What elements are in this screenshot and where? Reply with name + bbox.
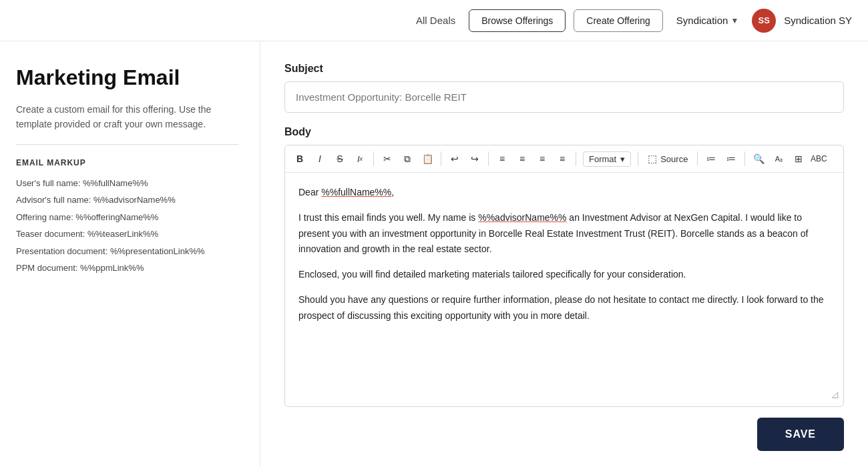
italic-button[interactable]: I — [310, 149, 329, 168]
subscript-button[interactable]: A₂ — [769, 149, 788, 168]
body-label: Body — [284, 126, 844, 138]
all-deals-link[interactable]: All Deals — [416, 15, 455, 26]
editor-content-area[interactable]: Dear %%fullName%%, I trust this email fi… — [285, 173, 843, 406]
italic-x-button[interactable]: Ix — [351, 149, 369, 168]
create-offering-button[interactable]: Create Offering — [574, 9, 662, 32]
format-dropdown[interactable]: Format ▾ — [583, 151, 631, 167]
chevron-down-icon: ▼ — [730, 16, 738, 25]
content-area: Subject Body B I S Ix ✂ ⧉ 📋 ↩ ↪ ≡ ≡ ≡ ≡ — [260, 41, 868, 467]
markup-section-title: EMAIL MARKUP — [16, 158, 238, 167]
ordered-list-button[interactable]: ≔ — [702, 149, 720, 168]
align-right-button[interactable]: ≡ — [533, 149, 552, 168]
list-item: Teaser document: %%teaserLink%% — [16, 227, 238, 241]
toolbar-separator — [576, 151, 576, 166]
list-item: PPM document: %%ppmLink%% — [16, 262, 238, 275]
list-item: User's full name: %%fullName%% — [16, 177, 238, 190]
resize-handle[interactable]: ⊿ — [831, 386, 839, 404]
toolbar-separator — [441, 151, 441, 166]
paste-button[interactable]: 📋 — [418, 149, 437, 168]
markup-list: User's full name: %%fullName%% Advisor's… — [16, 177, 238, 275]
avatar[interactable]: SS — [752, 9, 776, 33]
user-name-label: Syndication SY — [784, 15, 852, 26]
toolbar-separator — [373, 151, 374, 166]
fullname-token: %%fullName%% — [321, 187, 391, 197]
rich-text-editor: B I S Ix ✂ ⧉ 📋 ↩ ↪ ≡ ≡ ≡ ≡ Format ▾ — [284, 145, 844, 407]
list-item: Advisor's full name: %%advisorName%% — [16, 193, 238, 207]
table-button[interactable]: ⊞ — [789, 149, 808, 168]
spellcheck-button[interactable]: ABC — [809, 149, 828, 168]
align-justify-button[interactable]: ≡ — [553, 149, 572, 168]
list-item: Presentation document: %%presentationLin… — [16, 245, 238, 258]
search-button[interactable]: 🔍 — [749, 149, 768, 168]
sidebar-divider — [16, 144, 238, 145]
page-title: Marketing Email — [16, 65, 238, 90]
save-button[interactable]: SAVE — [757, 418, 844, 451]
toolbar-separator — [744, 151, 745, 166]
source-label: Source — [660, 154, 688, 164]
page-description: Create a custom email for this offering.… — [16, 102, 238, 132]
editor-paragraph-greeting: Dear %%fullName%%, — [298, 185, 830, 201]
copy-button[interactable]: ⧉ — [398, 149, 417, 168]
cut-button[interactable]: ✂ — [378, 149, 397, 168]
format-chevron-icon: ▾ — [620, 154, 625, 164]
editor-paragraph-questions: Should you have any questions or require… — [298, 292, 830, 324]
source-icon: ⬚ — [648, 153, 657, 165]
subject-input[interactable] — [284, 81, 844, 113]
unordered-list-button[interactable]: ≔ — [722, 149, 740, 168]
save-bar: SAVE — [284, 407, 844, 451]
list-item: Offering name: %%offeringName%% — [16, 211, 238, 224]
advisorname-token: %%advisorName%% — [478, 212, 566, 223]
strikethrough-button[interactable]: S — [331, 149, 349, 168]
toolbar-separator — [638, 151, 638, 166]
toolbar-separator — [488, 151, 489, 166]
editor-toolbar: B I S Ix ✂ ⧉ 📋 ↩ ↪ ≡ ≡ ≡ ≡ Format ▾ — [285, 145, 843, 173]
format-label: Format — [589, 154, 616, 164]
subject-label: Subject — [284, 63, 844, 75]
syndication-dropdown[interactable]: Syndication ▼ — [676, 15, 738, 26]
sidebar: Marketing Email Create a custom email fo… — [0, 41, 260, 467]
editor-paragraph-enclosed: Enclosed, you will find detailed marketi… — [298, 267, 830, 283]
syndication-label: Syndication — [676, 15, 728, 26]
editor-paragraph-intro: I trust this email finds you well. My na… — [298, 210, 830, 258]
undo-button[interactable]: ↩ — [445, 149, 464, 168]
align-center-button[interactable]: ≡ — [513, 149, 531, 168]
source-button[interactable]: ⬚ Source — [642, 151, 693, 167]
toolbar-separator — [697, 151, 698, 166]
browse-offerings-button[interactable]: Browse Offerings — [469, 9, 566, 32]
align-left-button[interactable]: ≡ — [493, 149, 511, 168]
bold-button[interactable]: B — [290, 149, 309, 168]
main-layout: Marketing Email Create a custom email fo… — [0, 41, 868, 467]
redo-button[interactable]: ↪ — [465, 149, 484, 168]
top-nav: All Deals Browse Offerings Create Offeri… — [0, 0, 868, 41]
